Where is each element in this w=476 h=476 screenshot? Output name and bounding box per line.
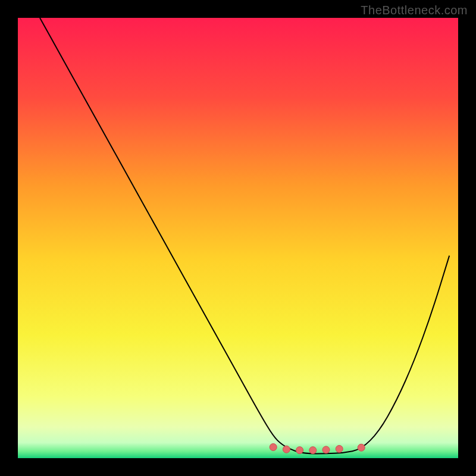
chart-frame: TheBottleneck.com: [0, 0, 476, 476]
bottleneck-chart: [18, 18, 458, 458]
optimal-marker: [322, 446, 330, 453]
optimal-marker: [358, 444, 365, 451]
optimal-marker: [336, 445, 343, 452]
optimal-marker: [270, 444, 277, 451]
optimal-marker: [296, 447, 303, 454]
gradient-background: [18, 18, 458, 458]
optimal-marker: [309, 447, 317, 454]
optimal-marker: [283, 446, 290, 453]
attribution-text: TheBottleneck.com: [361, 4, 468, 17]
